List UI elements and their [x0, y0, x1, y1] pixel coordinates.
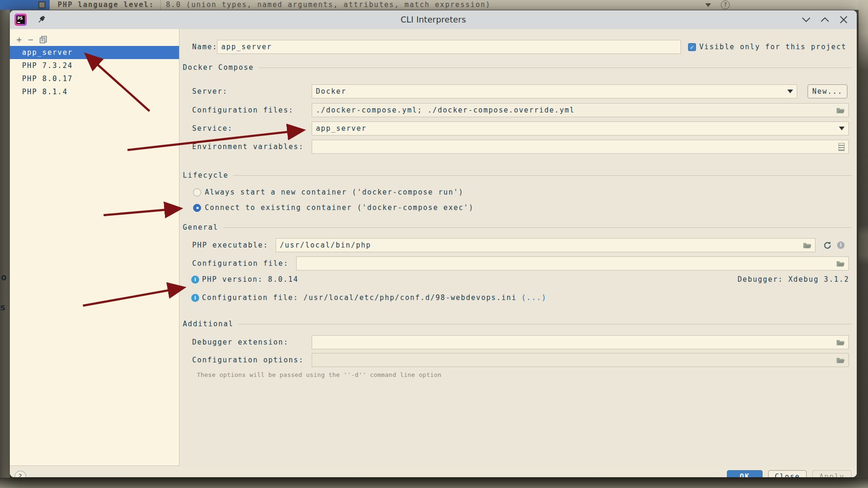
info-icon[interactable]: i [837, 241, 845, 249]
background-scrollbar[interactable] [859, 0, 868, 488]
radio-exec-row[interactable]: Connect to existing container ('docker-c… [193, 202, 474, 213]
reload-phpinfo-icon[interactable] [823, 241, 832, 250]
configuration-file-row: Configuration file: [192, 256, 289, 270]
chevron-down-icon [787, 90, 793, 93]
background-window-icon [38, 1, 45, 8]
help-icon[interactable]: ? [721, 0, 730, 9]
minimize-icon[interactable] [801, 16, 811, 23]
list-item-php-7324[interactable]: PHP 7.3.24 [10, 59, 179, 72]
environment-variables-row: Environment variables: [192, 140, 304, 154]
configuration-files-input[interactable]: ./docker-compose.yml; ./docker-compose.o… [312, 103, 849, 117]
php-version-text: PHP version: 8.0.14 [202, 275, 299, 284]
service-row: Service: [192, 121, 233, 135]
folder-icon[interactable] [803, 242, 811, 249]
show-more-link[interactable]: (...) [522, 293, 547, 302]
apply-button-disabled: Apply [812, 470, 852, 477]
list-item-app-server[interactable]: app_server [10, 46, 179, 59]
configuration-file-info-text: Configuration file: /usr/local/etc/php/c… [202, 293, 517, 302]
interpreter-settings-panel: Name: app_server ✓ Visible only for this… [180, 29, 857, 466]
maximize-icon[interactable] [820, 16, 830, 23]
visible-project-label: Visible only for this project [699, 43, 846, 51]
radio-run[interactable] [193, 188, 201, 196]
copy-interpreter-icon[interactable] [39, 36, 47, 44]
section-general: General [183, 223, 852, 232]
configuration-options-input[interactable] [312, 353, 849, 367]
background-text-fragment: o [1, 271, 7, 283]
chevron-down-icon [839, 127, 845, 130]
debugger-extension-input[interactable] [312, 335, 849, 349]
section-lifecycle: Lifecycle [183, 171, 852, 180]
section-docker-compose: Docker Compose [183, 63, 852, 72]
close-button[interactable]: Close [768, 470, 807, 477]
interpreter-list-panel: + − app_server PHP 7.3.24 PHP 8.0.17 PHP… [10, 29, 180, 466]
folder-icon[interactable] [836, 339, 845, 346]
dialog-titlebar[interactable]: PS CLI Interpreters [10, 10, 857, 29]
environment-variables-label: Environment variables: [192, 143, 304, 151]
help-button[interactable]: ? [15, 471, 26, 477]
add-interpreter-button[interactable]: + [16, 35, 22, 44]
php-version-row: i PHP version: 8.0.14 Debugger: Xdebug 3… [191, 274, 849, 285]
background-text-fragment: s [0, 301, 6, 313]
visible-project-checkbox[interactable]: ✓ [688, 43, 696, 51]
configuration-file-label: Configuration file: [192, 259, 289, 268]
php-language-level-label: PHP language level: [58, 0, 154, 9]
server-label: Server: [192, 87, 228, 96]
configuration-files-label: Configuration files: [192, 106, 294, 114]
configuration-file-info-row: i Configuration file: /usr/local/etc/php… [191, 292, 547, 303]
environment-variables-input[interactable] [312, 140, 849, 154]
dialog-footer: ? OK Close Apply [10, 466, 857, 477]
ok-button[interactable]: OK [727, 470, 763, 477]
info-icon: i [191, 294, 199, 302]
debugger-extension-row: Debugger extension: [192, 335, 289, 349]
visible-project-checkbox-row: ✓ Visible only for this project [688, 40, 846, 54]
name-label: Name: [192, 43, 217, 51]
background-bottom-edge [0, 478, 868, 488]
screen: PHP language level: 8.0 (union types, na… [0, 0, 868, 488]
configuration-files-row: Configuration files: [192, 103, 294, 117]
name-row: Name: [192, 40, 217, 54]
php-executable-label: PHP executable: [192, 241, 268, 249]
debugger-extension-label: Debugger extension: [192, 338, 289, 346]
list-toolbar: + − [10, 34, 47, 45]
dialog-title: CLI Interpreters [10, 10, 857, 29]
edit-variables-icon[interactable] [838, 143, 845, 151]
configuration-file-input[interactable] [296, 256, 849, 270]
chevron-down-icon[interactable] [705, 3, 711, 7]
background-left-edge: o s [0, 10, 10, 488]
divider [160, 0, 161, 10]
radio-run-label: Always start a new container ('docker-co… [205, 188, 464, 196]
remove-interpreter-button[interactable]: − [28, 35, 33, 44]
list-item-php-8017[interactable]: PHP 8.0.17 [10, 72, 179, 85]
php-executable-row: PHP executable: [192, 238, 268, 252]
interpreter-list: app_server PHP 7.3.24 PHP 8.0.17 PHP 8.1… [10, 46, 179, 98]
name-input[interactable]: app_server [217, 40, 681, 54]
folder-icon[interactable] [836, 260, 845, 267]
new-server-button[interactable]: New... [808, 84, 847, 98]
radio-exec-label: Connect to existing container ('docker-c… [205, 203, 474, 212]
php-language-level-value[interactable]: 8.0 (union types, named arguments, attri… [166, 0, 491, 9]
folder-icon[interactable] [836, 107, 845, 114]
server-row: Server: [192, 84, 228, 98]
info-icon: i [191, 276, 199, 284]
close-icon[interactable] [839, 16, 848, 23]
list-item-php-814[interactable]: PHP 8.1.4 [10, 85, 179, 98]
debugger-version-text: Debugger: Xdebug 3.1.2 [738, 275, 849, 284]
options-hint-text: These options will be passed using the '… [197, 371, 441, 378]
section-additional: Additional [183, 319, 852, 329]
service-label: Service: [192, 124, 233, 133]
service-combobox[interactable]: app_server [312, 121, 849, 135]
radio-run-row[interactable]: Always start a new container ('docker-co… [193, 187, 464, 198]
radio-exec[interactable] [193, 204, 201, 212]
folder-icon[interactable] [836, 357, 845, 364]
configuration-options-label: Configuration options: [192, 356, 304, 364]
configuration-options-row: Configuration options: [192, 353, 304, 367]
background-settings-bar: PHP language level: 8.0 (union types, na… [0, 0, 868, 10]
php-executable-input[interactable]: /usr/local/bin/php [276, 238, 816, 252]
cli-interpreters-dialog: PS CLI Interpreters [10, 10, 857, 477]
server-combobox[interactable]: Docker [312, 84, 797, 98]
